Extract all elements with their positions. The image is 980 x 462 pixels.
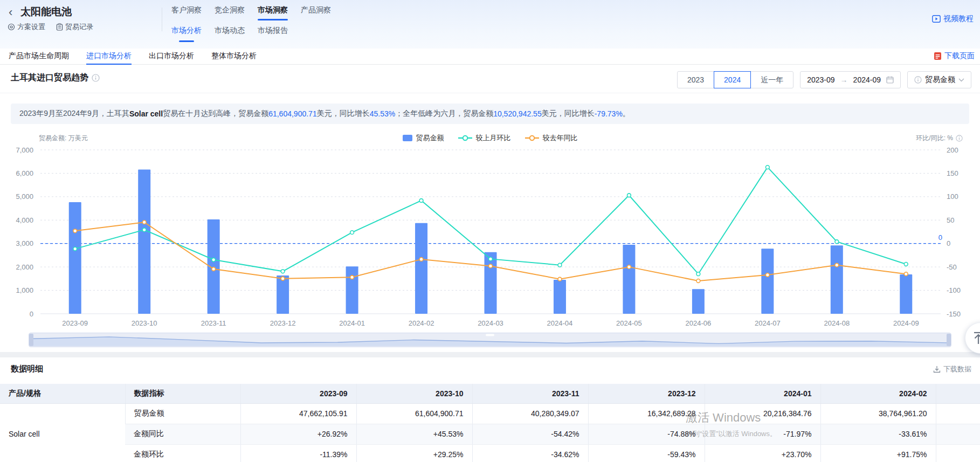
- play-video-icon: [932, 15, 941, 23]
- line-marker-icon: [525, 135, 539, 141]
- tab-product-insight[interactable]: 产品洞察: [301, 5, 331, 20]
- value-cell: -74.88%: [588, 424, 705, 444]
- analysis-nav: 产品市场生命周期 进口市场分析 出口市场分析 整体市场分析 下载页面: [0, 49, 980, 65]
- trade-trend-card: 土耳其进口贸易趋势 2023 2024 近一年 2023-09 → 2024-0…: [0, 65, 980, 352]
- tab-competitor-insight[interactable]: 竞企洞察: [215, 5, 245, 20]
- legend-mom[interactable]: 较上月环比: [458, 133, 511, 143]
- range-start: 2023-09: [807, 75, 834, 84]
- table-title: 数据明细: [11, 364, 43, 374]
- value-cell: [936, 403, 980, 424]
- svg-text:0: 0: [938, 233, 942, 242]
- download-data-label: 下载数据: [943, 364, 971, 374]
- chart-zoom-slider[interactable]: [29, 333, 951, 347]
- header-divider: [162, 8, 162, 31]
- value-cell: -59.43%: [588, 444, 705, 462]
- legend-trade-amount[interactable]: 贸易金额: [403, 133, 444, 143]
- value-cell: 47,662,105.91: [240, 403, 356, 424]
- bars-group: [69, 169, 913, 314]
- nav-export-market-analysis[interactable]: 出口市场分析: [149, 49, 194, 65]
- value-cell: +23.70%: [705, 444, 820, 462]
- column-header: 产品/规格: [0, 384, 125, 403]
- svg-text:200: 200: [947, 146, 958, 154]
- download-icon: [933, 366, 941, 373]
- subtab-market-analysis[interactable]: 市场分析: [171, 26, 202, 42]
- date-range-picker[interactable]: 2023-09 → 2024-09: [800, 71, 901, 88]
- column-header: 2023-12: [588, 384, 705, 403]
- recent-year-button[interactable]: 近一年: [750, 71, 793, 88]
- tab-market-insight[interactable]: 市场洞察: [258, 5, 288, 20]
- nav-import-market-analysis[interactable]: 进口市场分析: [86, 49, 132, 65]
- info-icon[interactable]: [956, 135, 963, 142]
- svg-text:2024-07: 2024-07: [755, 319, 781, 327]
- nav-overall-market-analysis[interactable]: 整体市场分析: [211, 49, 257, 65]
- metric-cell: 贸易金额: [125, 403, 240, 424]
- bar-swatch-icon: [403, 135, 412, 141]
- trade-trend-chart[interactable]: 01,0002,0003,0004,0005,0006,0007,000-150…: [0, 146, 980, 334]
- metric-dropdown[interactable]: 贸易金额: [907, 71, 971, 88]
- subtab-market-dynamics[interactable]: 市场动态: [215, 26, 245, 42]
- trade-records-label: 贸易记录: [65, 22, 93, 32]
- x-axis-labels: 2023-092023-102023-112023-122024-012024-…: [62, 319, 919, 327]
- svg-text:2023-10: 2023-10: [132, 319, 157, 327]
- slider-handle-right[interactable]: [947, 334, 951, 346]
- svg-text:7,000: 7,000: [16, 146, 33, 154]
- chart-legend: 贸易金额 较上月环比 较去年同比: [0, 132, 980, 144]
- line-marker-icon: [458, 135, 472, 141]
- scheme-settings-label: 方案设置: [17, 22, 45, 32]
- divider: [0, 93, 980, 93]
- value-cell: +26.92%: [240, 424, 356, 444]
- value-cell: +29.25%: [356, 444, 472, 462]
- svg-text:2024-03: 2024-03: [478, 319, 503, 327]
- download-page-label: 下载页面: [944, 51, 975, 61]
- back-button[interactable]: ‹: [9, 5, 12, 19]
- year-2023-button[interactable]: 2023: [677, 71, 714, 88]
- table-header-row: 产品/规格数据指标2023-092023-102023-112023-12202…: [0, 384, 980, 403]
- svg-text:-150: -150: [947, 310, 961, 318]
- tab-customer-insight[interactable]: 客户洞察: [171, 5, 202, 20]
- range-arrow-icon: →: [840, 75, 848, 84]
- legend-yoy[interactable]: 较去年同比: [525, 133, 578, 143]
- trade-records-link[interactable]: 贸易记录: [56, 22, 93, 32]
- legend-label: 较上月环比: [476, 133, 511, 143]
- page-title: 太阳能电池: [20, 5, 72, 19]
- svg-text:0: 0: [947, 239, 950, 247]
- value-cell: [936, 444, 980, 462]
- year-2024-button[interactable]: 2024: [714, 71, 751, 88]
- right-axis-unit: 环比/同比: %: [916, 134, 953, 143]
- trend-summary: 2023年9月至2024年9月，土耳其Solar cell贸易在十月达到高峰，贸…: [11, 104, 969, 124]
- value-cell: [936, 424, 980, 444]
- info-icon[interactable]: [92, 74, 100, 82]
- column-header: 2024-02: [820, 384, 936, 403]
- svg-text:-100: -100: [947, 286, 961, 294]
- column-header: 2023-11: [472, 384, 588, 403]
- download-page-link[interactable]: 下载页面: [934, 51, 975, 61]
- metric-cell: 金额同比: [125, 424, 240, 444]
- svg-text:2024-08: 2024-08: [824, 319, 850, 327]
- value-cell: -34.62%: [472, 444, 588, 462]
- scheme-settings-link[interactable]: 方案设置: [8, 22, 45, 32]
- svg-text:4,000: 4,000: [16, 216, 33, 224]
- data-detail-card: 数据明细 下载数据 产品/规格数据指标2023-092023-102023-11…: [0, 357, 980, 462]
- table-row: Solar cell贸易金额47,662,105.9161,604,900.71…: [0, 403, 980, 424]
- svg-text:2024-04: 2024-04: [547, 319, 573, 327]
- value-cell: 61,604,900.71: [356, 403, 472, 424]
- column-header: 数据指标: [125, 384, 240, 403]
- year-segmented-control: 2023 2024 近一年: [677, 71, 793, 88]
- download-data-link[interactable]: 下载数据: [933, 364, 971, 374]
- svg-text:2023-11: 2023-11: [201, 319, 226, 327]
- slider-handle-left[interactable]: [29, 334, 33, 346]
- chevron-down-icon: [958, 78, 964, 82]
- target-icon: [8, 23, 15, 31]
- subtab-market-report[interactable]: 市场报告: [258, 26, 288, 42]
- value-cell: 38,764,961.20: [820, 403, 936, 424]
- legend-label: 较去年同比: [543, 133, 578, 143]
- nav-product-lifecycle[interactable]: 产品市场生命周期: [9, 49, 69, 65]
- svg-text:2024-06: 2024-06: [686, 319, 712, 327]
- table-row: 金额同比+26.92%+45.53%-54.42%-74.88%-71.97%-…: [0, 424, 980, 444]
- arrow-up-to-bar-icon: [972, 332, 980, 344]
- value-cell: 20,216,384.76: [705, 403, 820, 424]
- svg-text:2024-02: 2024-02: [409, 319, 434, 327]
- video-tutorial-link[interactable]: 视频教程: [932, 14, 974, 24]
- clipboard-icon: [56, 23, 63, 31]
- svg-text:2024-01: 2024-01: [339, 319, 365, 327]
